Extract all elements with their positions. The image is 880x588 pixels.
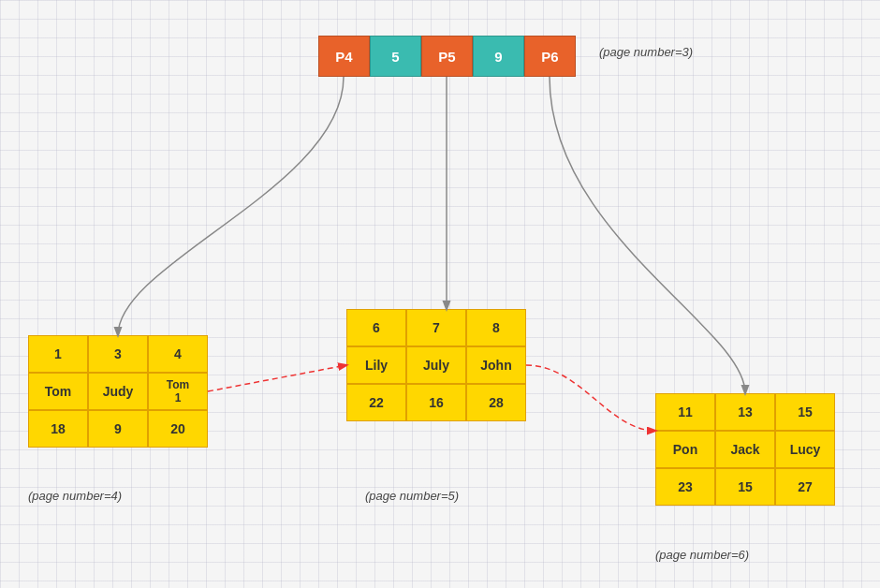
mid-cell-july: July bbox=[406, 346, 466, 384]
mid-cell-16: 16 bbox=[406, 384, 466, 421]
right-cell-27: 27 bbox=[775, 468, 835, 506]
left-cell-18: 18 bbox=[28, 410, 88, 448]
top-cell-p6: P6 bbox=[524, 36, 576, 77]
left-cell-tom1: Tom1 bbox=[148, 373, 208, 410]
top-cell-p5: P5 bbox=[421, 36, 473, 77]
right-cell-15b: 15 bbox=[715, 468, 775, 506]
top-cell-p4: P4 bbox=[318, 36, 370, 77]
page-label-6: (page number=6) bbox=[655, 548, 749, 562]
right-cell-jack: Jack bbox=[715, 431, 775, 468]
mid-cell-lily: Lily bbox=[346, 346, 406, 384]
right-cell-15: 15 bbox=[775, 393, 835, 431]
page-label-4: (page number=4) bbox=[28, 489, 122, 503]
page-label-5: (page number=5) bbox=[365, 489, 459, 503]
right-cell-pon: Pon bbox=[655, 431, 715, 468]
middle-node: 6 7 8 Lily July John 22 16 28 bbox=[346, 309, 526, 421]
left-cell-judy: Judy bbox=[88, 373, 148, 410]
mid-cell-6: 6 bbox=[346, 309, 406, 346]
mid-cell-22: 22 bbox=[346, 384, 406, 421]
left-cell-20: 20 bbox=[148, 410, 208, 448]
left-cell-tom: Tom bbox=[28, 373, 88, 410]
left-cell-9: 9 bbox=[88, 410, 148, 448]
right-node: 11 13 15 Pon Jack Lucy 23 15 27 bbox=[655, 393, 835, 506]
top-cell-5: 5 bbox=[370, 36, 421, 77]
mid-cell-8: 8 bbox=[466, 309, 526, 346]
left-cell-1: 1 bbox=[28, 335, 88, 373]
mid-cell-john: John bbox=[466, 346, 526, 384]
right-cell-11: 11 bbox=[655, 393, 715, 431]
page-label-3: (page number=3) bbox=[599, 45, 693, 59]
right-cell-13: 13 bbox=[715, 393, 775, 431]
left-cell-3: 3 bbox=[88, 335, 148, 373]
left-node: 1 3 4 Tom Judy Tom1 18 9 20 bbox=[28, 335, 208, 448]
top-bar-node: P4 5 P5 9 P6 bbox=[318, 36, 576, 77]
right-cell-lucy: Lucy bbox=[775, 431, 835, 468]
top-cell-9: 9 bbox=[473, 36, 524, 77]
right-cell-23: 23 bbox=[655, 468, 715, 506]
mid-cell-28: 28 bbox=[466, 384, 526, 421]
mid-cell-7: 7 bbox=[406, 309, 466, 346]
left-cell-4: 4 bbox=[148, 335, 208, 373]
